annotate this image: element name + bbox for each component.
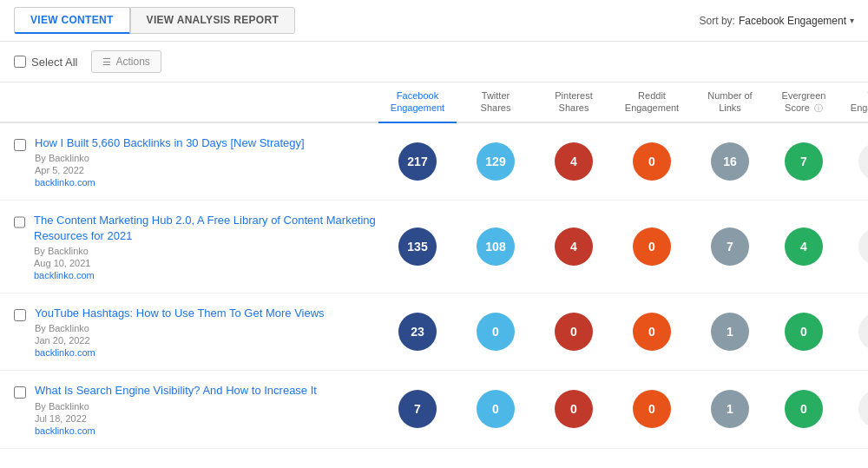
toolbar: Select All ☰ Actions: [0, 42, 868, 82]
row-checkbox-1[interactable]: [14, 216, 25, 228]
circle-reddit-2: 0: [633, 313, 671, 351]
row-info-0: How I Built 5,660 Backlinks in 30 Days […: [35, 135, 305, 188]
circle-total-3: 7: [858, 390, 868, 428]
circle-evergreen-3: 0: [785, 390, 823, 428]
metric-pinterest-3: 0: [535, 390, 613, 428]
row-checkbox-3[interactable]: [14, 386, 26, 399]
row-left-0: How I Built 5,660 Backlinks in 30 Days […: [14, 135, 378, 188]
metric-twitter-1: 108: [457, 227, 535, 266]
circle-pinterest-1: 4: [555, 227, 593, 266]
row-title-3[interactable]: What Is Search Engine Visibility? And Ho…: [35, 383, 317, 399]
row-left-3: What Is Search Engine Visibility? And Ho…: [14, 383, 378, 435]
metric-evergreen-1: 4: [769, 227, 838, 266]
sort-by-label: Sort by:: [700, 15, 735, 27]
row-domain-2[interactable]: backlinko.com: [35, 347, 325, 358]
row-domain-3[interactable]: backlinko.com: [35, 425, 317, 436]
row-domain-1[interactable]: backlinko.com: [34, 270, 378, 280]
circle-total-0: 350: [858, 142, 868, 181]
circle-reddit-1: 0: [633, 227, 671, 266]
circle-facebook-2: 23: [398, 313, 437, 351]
metric-twitter-2: 0: [457, 313, 535, 351]
metric-pinterest-2: 0: [535, 313, 613, 351]
table-row: YouTube Hashtags: How to Use Them To Get…: [0, 293, 868, 371]
col-header-facebook[interactable]: FacebookEngagement: [378, 88, 457, 123]
metric-reddit-1: 0: [613, 227, 691, 266]
circle-links-1: 7: [711, 227, 749, 266]
metric-twitter-0: 129: [457, 142, 535, 181]
chevron-down-icon: ▾: [850, 16, 854, 25]
circle-links-3: 1: [711, 390, 749, 428]
sort-value: Facebook Engagement: [739, 15, 846, 27]
metric-pinterest-1: 4: [535, 227, 613, 266]
col-header-total[interactable]: TotalEngagement: [838, 88, 868, 116]
metric-links-3: 1: [691, 390, 769, 428]
table-row: How I Built 5,660 Backlinks in 30 Days […: [0, 123, 868, 201]
metric-twitter-3: 0: [457, 390, 535, 428]
circle-pinterest-3: 0: [555, 390, 593, 428]
circle-twitter-3: 0: [477, 390, 515, 428]
circle-total-2: 23: [858, 313, 868, 351]
col-header-links[interactable]: Number ofLinks: [691, 88, 769, 116]
circle-pinterest-0: 4: [555, 142, 593, 181]
row-by-0: By Backlinko: [35, 153, 305, 163]
actions-label: Actions: [115, 56, 149, 68]
row-date-3: Jul 18, 2022: [35, 413, 317, 424]
metric-reddit-2: 0: [613, 313, 691, 351]
metric-reddit-3: 0: [613, 390, 691, 428]
circle-facebook-3: 7: [398, 390, 437, 428]
row-checkbox-0[interactable]: [14, 139, 26, 151]
row-info-3: What Is Search Engine Visibility? And Ho…: [35, 383, 317, 435]
circle-twitter-1: 108: [477, 227, 515, 266]
circle-links-0: 16: [711, 142, 749, 181]
row-title-1[interactable]: The Content Marketing Hub 2.0, A Free Li…: [34, 213, 378, 244]
row-domain-0[interactable]: backlinko.com: [35, 177, 305, 188]
row-checkbox-2[interactable]: [14, 309, 26, 321]
metric-total-3: 7: [838, 390, 868, 428]
row-left-1: The Content Marketing Hub 2.0, A Free Li…: [14, 213, 378, 280]
metric-evergreen-2: 0: [769, 313, 838, 351]
metric-total-0: 350: [838, 142, 868, 181]
column-headers: FacebookEngagement TwitterShares Pintere…: [0, 82, 868, 123]
circle-twitter-2: 0: [477, 313, 515, 351]
col-header-pinterest[interactable]: PinterestShares: [535, 88, 613, 116]
circle-links-2: 1: [711, 313, 749, 351]
row-date-2: Jan 20, 2022: [35, 335, 325, 346]
row-date-1: Aug 10, 2021: [34, 258, 378, 268]
circle-pinterest-2: 0: [555, 313, 593, 351]
top-bar: VIEW CONTENT VIEW ANALYSIS REPORT Sort b…: [0, 0, 868, 42]
col-header-twitter[interactable]: TwitterShares: [457, 88, 535, 116]
metric-facebook-1: 135: [378, 227, 457, 266]
row-info-2: YouTube Hashtags: How to Use Them To Get…: [35, 306, 325, 358]
tab-view-content[interactable]: VIEW CONTENT: [14, 7, 130, 34]
metric-facebook-3: 7: [378, 390, 457, 428]
circle-evergreen-0: 7: [785, 142, 823, 181]
circle-evergreen-1: 4: [785, 227, 823, 266]
row-info-1: The Content Marketing Hub 2.0, A Free Li…: [34, 213, 378, 280]
metric-reddit-0: 0: [613, 142, 691, 181]
metric-evergreen-3: 0: [769, 390, 838, 428]
circle-evergreen-2: 0: [785, 313, 823, 351]
list-icon: ☰: [102, 56, 111, 68]
circle-facebook-1: 135: [398, 227, 437, 266]
circle-facebook-0: 217: [398, 142, 437, 181]
row-title-0[interactable]: How I Built 5,660 Backlinks in 30 Days […: [35, 135, 305, 151]
info-icon: ⓘ: [814, 103, 823, 113]
tab-view-analysis[interactable]: VIEW ANALYSIS REPORT: [130, 7, 295, 34]
row-by-1: By Backlinko: [34, 246, 378, 256]
tab-group: VIEW CONTENT VIEW ANALYSIS REPORT: [14, 7, 295, 34]
col-header-evergreen[interactable]: EvergreenScore ⓘ: [769, 88, 838, 116]
select-all-label: Select All: [31, 56, 77, 69]
metric-facebook-2: 23: [378, 313, 457, 351]
metric-pinterest-0: 4: [535, 142, 613, 181]
row-title-2[interactable]: YouTube Hashtags: How to Use Them To Get…: [35, 306, 325, 321]
content-rows: How I Built 5,660 Backlinks in 30 Days […: [0, 123, 868, 449]
sort-control[interactable]: Sort by: Facebook Engagement ▾: [700, 15, 854, 27]
table-row: The Content Marketing Hub 2.0, A Free Li…: [0, 201, 868, 293]
actions-button[interactable]: ☰ Actions: [91, 50, 161, 73]
col-header-reddit[interactable]: RedditEngagement: [613, 88, 691, 116]
circle-reddit-0: 0: [633, 142, 671, 181]
metric-links-2: 1: [691, 313, 769, 351]
select-all-checkbox[interactable]: [14, 56, 26, 68]
metric-links-0: 16: [691, 142, 769, 181]
select-all-wrap: Select All: [14, 56, 77, 69]
